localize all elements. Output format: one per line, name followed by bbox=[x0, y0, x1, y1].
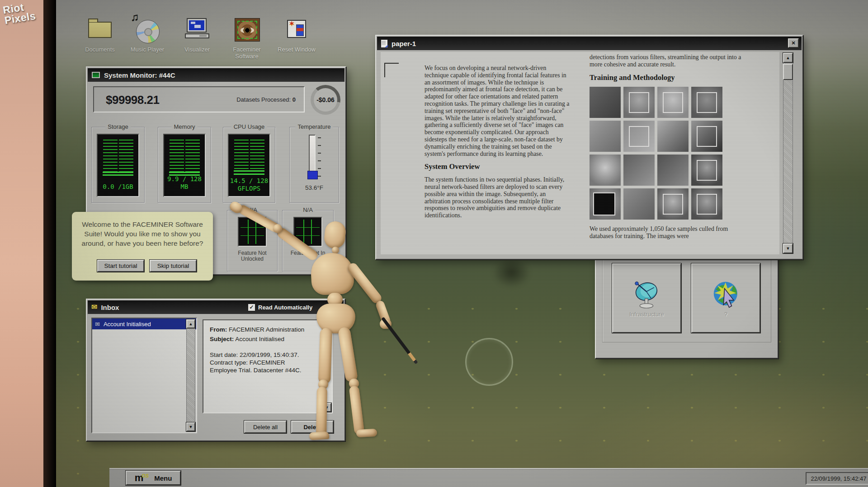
figure-tile-street-signs bbox=[657, 155, 689, 186]
read-automatically-label: Read Automatically bbox=[258, 304, 312, 311]
from-label: From: bbox=[210, 326, 227, 333]
page-corner-mark bbox=[384, 63, 399, 77]
color-grid-icon bbox=[296, 24, 304, 36]
close-button[interactable]: ✕ bbox=[788, 38, 799, 48]
infrastructure-window: Infrastructure ? bbox=[595, 250, 778, 359]
folder-icon bbox=[88, 22, 112, 38]
detail-scroll-down-button[interactable]: ▼ bbox=[322, 403, 331, 412]
figure-tile-face-man-side bbox=[691, 87, 722, 118]
paper-titlebar[interactable]: paper-1 ✕ bbox=[377, 37, 802, 50]
locked-panel-1-label: N/A bbox=[245, 206, 259, 213]
notepad-icon bbox=[381, 39, 388, 48]
list-scroll-up-button[interactable]: ▲ bbox=[186, 319, 195, 328]
desktop: Documents ♫ Music Player Visualizer Face… bbox=[56, 0, 868, 487]
paper-scroll-up-button[interactable]: ▲ bbox=[783, 53, 793, 63]
skip-tutorial-button[interactable]: Skip tutorial bbox=[150, 260, 197, 272]
inbox-message-list: ✉ Account Initialised ▲ ▼ bbox=[91, 318, 197, 433]
balance-panel: $99998.21 Datasets Processed: 0 bbox=[93, 86, 305, 112]
subject-value: Account Initialised bbox=[235, 336, 284, 342]
help-button-label: ? bbox=[724, 311, 727, 318]
figure-tile-face-woman-smiling bbox=[657, 188, 689, 220]
burst-icon: ✶ bbox=[288, 19, 295, 28]
delete-all-button[interactable]: Delete all bbox=[244, 421, 287, 433]
temperature-handle[interactable] bbox=[307, 171, 318, 179]
inbox-window: ✉ Inbox ✓ Read Automatically ✉ Account I… bbox=[86, 299, 345, 441]
menu-button[interactable]: mOS Menu bbox=[126, 471, 181, 485]
read-automatically-checkbox[interactable]: ✓ Read Automatically bbox=[248, 304, 312, 311]
locked-panel-2-caption: Feature Not In bbox=[283, 250, 333, 256]
list-scrollbar-track[interactable] bbox=[186, 328, 195, 422]
tutorial-prompt: Welcome to the FACEMINER Software Suite!… bbox=[72, 212, 213, 281]
figure-tile-street-canal bbox=[623, 155, 655, 186]
list-item-account-initialised[interactable]: ✉ Account Initialised bbox=[92, 318, 196, 329]
figure-tile-face-old-man bbox=[691, 188, 722, 220]
paper-right-column: detections from various filters, streaml… bbox=[590, 54, 745, 246]
paper-paragraph-1: We focus on developing a neural network-… bbox=[425, 65, 570, 157]
storage-lcd: 0.0 /1GB bbox=[97, 134, 139, 197]
datasets-value: 0 bbox=[292, 96, 296, 103]
from-value: FACEMINER Administration bbox=[229, 326, 304, 333]
help-button[interactable]: ? bbox=[691, 263, 760, 333]
detection-box bbox=[697, 92, 717, 113]
desktop-icon-documents[interactable]: Documents bbox=[78, 16, 122, 53]
body-line1: Start date: 22/09/1999, 15:40:37. bbox=[210, 351, 320, 359]
mail-item-icon: ✉ bbox=[95, 321, 100, 328]
desktop-icon-music-player[interactable]: ♫ Music Player bbox=[126, 16, 169, 53]
storage-gauge: Storage 0.0 /1GB bbox=[91, 127, 145, 203]
storage-value: 0.0 /1GB bbox=[98, 183, 138, 191]
cpu-value: 14.5 / 128 GFLOPS bbox=[229, 177, 269, 192]
animal-silhouette bbox=[492, 260, 531, 288]
envelope-icon: ✉ bbox=[91, 304, 97, 311]
paper-scroll-down-button[interactable]: ▼ bbox=[783, 244, 793, 253]
paper-scrollbar-thumb[interactable] bbox=[783, 64, 793, 80]
desktop-icon-reset-window[interactable]: ✶ Reset Window bbox=[275, 16, 318, 53]
infrastructure-button[interactable]: Infrastructure bbox=[612, 263, 681, 333]
list-scroll-down-button[interactable]: ▼ bbox=[186, 422, 195, 431]
temperature-label: Temperature bbox=[296, 123, 333, 130]
memory-value: 9.9 / 128 MB bbox=[164, 175, 205, 191]
detection-box bbox=[663, 92, 684, 113]
taskbar-clock: 22/09/1999, 15:42:47 bbox=[806, 472, 868, 485]
music-notes-icon: ♫ bbox=[131, 11, 139, 23]
figure-tile-street-crossing bbox=[623, 121, 655, 152]
storage-label: Storage bbox=[105, 123, 131, 130]
figure-tile-face-man-smiling bbox=[623, 87, 655, 118]
window-icon: ✶ bbox=[287, 20, 306, 38]
paper-left-column: We focus on developing a neural network-… bbox=[425, 65, 570, 225]
figure-tile-face-man bbox=[657, 87, 689, 118]
temperature-value: 53.6°F bbox=[290, 184, 339, 191]
delete-button[interactable]: Delete bbox=[291, 421, 334, 433]
desktop-icon-faceminer-software[interactable]: Faceminer Software bbox=[225, 16, 269, 60]
cd-icon bbox=[136, 20, 160, 43]
figure-tile-face-woman bbox=[590, 155, 621, 186]
inbox-titlebar[interactable]: ✉ Inbox ✓ Read Automatically bbox=[88, 300, 344, 314]
detection-box bbox=[663, 194, 684, 215]
figure-tile-face-redacted bbox=[590, 188, 621, 220]
memory-lcd: 9.9 / 128 MB bbox=[163, 134, 206, 197]
training-methodology-heading: Training and Methodology bbox=[590, 74, 745, 81]
locked-panel-1: N/A Feature Not Unlocked bbox=[227, 210, 278, 272]
detection-box bbox=[697, 194, 717, 215]
temperature-gauge: Temperature 53.6°F bbox=[289, 127, 339, 203]
body-line2: Contract type: FACEMINER bbox=[210, 359, 320, 366]
cpu-lcd: 14.5 / 128 GFLOPS bbox=[228, 134, 270, 197]
detection-box bbox=[593, 192, 615, 215]
locked-panel-1-caption: Feature Not Unlocked bbox=[227, 250, 277, 262]
desktop-icon-visualizer[interactable]: Visualizer bbox=[175, 16, 219, 53]
list-item-subject: Account Initialised bbox=[104, 321, 151, 328]
taskbar: mOS Menu 22/09/1999, 15:42:47 bbox=[109, 468, 868, 487]
inbox-message-detail: From: FACEMINER Administration Subject: … bbox=[203, 319, 333, 413]
system-monitor-titlebar[interactable]: System Monitor: #44C bbox=[88, 68, 344, 82]
riot-pixels-watermark: Riot Pixels bbox=[2, 0, 37, 26]
paper-window: paper-1 ✕ We focus on developing a neura… bbox=[375, 35, 803, 260]
icon-label: Visualizer bbox=[175, 46, 219, 53]
memory-label: Memory bbox=[172, 123, 198, 130]
cpu-gauge: CPU Usage 14.5 / 128 GFLOPS bbox=[223, 127, 275, 203]
temperature-ticks bbox=[318, 137, 321, 177]
start-tutorial-button[interactable]: Start tutorial bbox=[97, 260, 144, 272]
detail-scroll-up-button[interactable]: ▲ bbox=[322, 321, 331, 330]
paper-scrollbar-track[interactable] bbox=[783, 63, 793, 244]
rate-ring-gauge: -$0.06 bbox=[311, 85, 340, 115]
checkbox-check: ✓ bbox=[248, 304, 255, 311]
detection-box bbox=[697, 126, 717, 147]
